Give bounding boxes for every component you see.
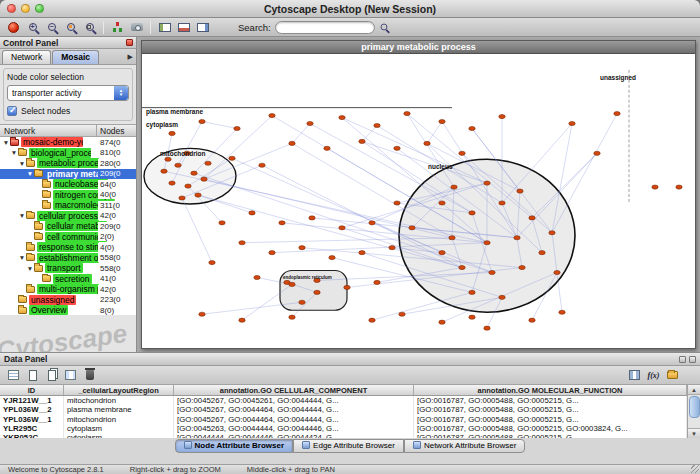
tree-row[interactable]: ▼establishment of lo...558(0	[0, 253, 136, 264]
dock-data-panel-icon[interactable]	[174, 19, 193, 35]
graph-node[interactable]	[165, 157, 171, 161]
expand-arrow-icon[interactable]: ▼	[18, 212, 26, 219]
expand-arrow-icon[interactable]: ▼	[2, 139, 10, 146]
graph-node[interactable]	[239, 241, 245, 245]
graph-node[interactable]	[554, 270, 560, 274]
tab-network-attribute-browser[interactable]: Network Attribute Browser	[404, 439, 525, 453]
graph-node[interactable]	[185, 184, 191, 188]
graph-node[interactable]	[499, 295, 505, 299]
zoom-in-icon[interactable]: +	[23, 19, 42, 35]
graph-node[interactable]	[519, 265, 525, 269]
graph-node[interactable]	[484, 181, 490, 185]
tab-node-attribute-browser[interactable]: Node Attribute Browser	[175, 439, 294, 453]
graph-node[interactable]	[299, 246, 305, 250]
graph-node[interactable]	[439, 251, 445, 255]
tree-row[interactable]: ▼metabolic process280(0	[0, 158, 136, 169]
tree-row[interactable]: nitrogen compo...40(0	[0, 190, 136, 201]
graph-node[interactable]	[369, 221, 375, 225]
tree-column-network[interactable]: Network	[0, 125, 97, 136]
graph-node[interactable]	[469, 126, 475, 130]
zoom-selected-icon[interactable]	[61, 19, 80, 35]
graph-node[interactable]	[676, 185, 682, 189]
graph-node[interactable]	[299, 300, 305, 304]
graph-node[interactable]	[359, 251, 365, 255]
scroll-up-icon[interactable]: ▲	[688, 385, 700, 395]
graph-node[interactable]	[451, 185, 457, 189]
tree-row[interactable]: response to stimul...4(0)	[0, 242, 136, 253]
float-panel-icon[interactable]	[679, 356, 686, 363]
graph-node[interactable]	[529, 216, 535, 220]
expand-arrow-icon[interactable]: ▼	[18, 160, 26, 167]
graph-node[interactable]	[339, 115, 345, 119]
graph-node[interactable]	[169, 131, 175, 135]
graph-node[interactable]	[424, 141, 430, 145]
graph-node[interactable]	[394, 146, 400, 150]
search-options-icon[interactable]	[375, 19, 394, 35]
graph-node[interactable]	[459, 265, 465, 269]
attribute-columns-icon[interactable]	[61, 367, 80, 383]
table-row[interactable]: YPL036W__2plasma membrane[GO:0045267, GO…	[0, 405, 687, 414]
graph-node[interactable]	[161, 169, 167, 173]
tree-row[interactable]: unassigned223(0	[0, 295, 136, 306]
zoom-out-icon[interactable]: −	[42, 19, 61, 35]
graph-node[interactable]	[389, 246, 395, 250]
tree-row[interactable]: ▼cellular process42(0	[0, 211, 136, 222]
graph-node[interactable]	[539, 251, 545, 255]
graph-node[interactable]	[307, 121, 313, 125]
close-data-panel-icon[interactable]	[689, 356, 696, 363]
graph-node[interactable]	[249, 211, 255, 215]
tree-row[interactable]: Overview8(0)	[0, 305, 136, 315]
graph-node[interactable]	[594, 151, 600, 155]
graph-node[interactable]	[254, 275, 260, 279]
graph-node[interactable]	[449, 236, 455, 240]
tree-row[interactable]: secretion41(0	[0, 274, 136, 285]
expand-arrow-icon[interactable]: ▼	[26, 265, 34, 272]
network-window-title[interactable]: primary metabolic process	[142, 41, 695, 54]
tree-row[interactable]: ▼biological_process810(0	[0, 148, 136, 159]
table-row[interactable]: YJR121W__1mitochondrion[GO:0045267, GO:0…	[0, 396, 687, 405]
graph-node[interactable]	[499, 201, 505, 205]
import-attributes-icon[interactable]	[663, 367, 682, 383]
graph-node[interactable]	[219, 221, 225, 225]
graph-node[interactable]	[499, 114, 505, 118]
graph-node[interactable]	[614, 112, 620, 116]
graph-node[interactable]	[191, 171, 197, 175]
table-column-header[interactable]: _cellularLayoutRegion	[64, 385, 174, 395]
table-column-header[interactable]: annotation.GO CELLULAR_COMPONENT	[174, 385, 414, 395]
expand-arrow-icon[interactable]: ▼	[26, 170, 34, 177]
table-column-header[interactable]: annotation.GO MOLECULAR_FUNCTION	[414, 385, 687, 395]
dock-results-panel-icon[interactable]	[193, 19, 212, 35]
tree-column-nodes[interactable]: Nodes	[97, 125, 136, 136]
table-row[interactable]: YPL036W__1mitochondrion[GO:0045267, GO:0…	[0, 415, 687, 424]
resize-grip[interactable]	[691, 465, 699, 473]
graph-node[interactable]	[289, 282, 295, 286]
graph-node[interactable]	[309, 216, 315, 220]
graph-node[interactable]	[469, 315, 475, 319]
graph-node[interactable]	[239, 318, 245, 322]
graph-node[interactable]	[374, 280, 380, 284]
dock-control-panel-icon[interactable]	[155, 19, 174, 35]
graph-node[interactable]	[439, 320, 445, 324]
tree-row[interactable]: macromolecule...311(0	[0, 200, 136, 211]
expand-arrow-icon[interactable]: ▼	[10, 149, 18, 156]
graph-node[interactable]	[394, 201, 400, 205]
formula-builder-icon[interactable]: f(x)	[644, 367, 663, 383]
graph-node[interactable]	[469, 290, 475, 294]
graph-node[interactable]	[201, 177, 207, 181]
graph-node[interactable]	[529, 318, 535, 322]
graph-node[interactable]	[359, 139, 365, 143]
graph-node[interactable]	[439, 119, 445, 123]
network-canvas[interactable]: plasma membranecytoplasmmitochondrionnuc…	[142, 54, 695, 348]
tree-row[interactable]: cell communicat...2(0)	[0, 232, 136, 243]
tree-row[interactable]: multi-organism pro...42(0	[0, 284, 136, 295]
tree-row[interactable]: nucleobase...64(0	[0, 179, 136, 190]
graph-node[interactable]	[229, 156, 235, 160]
node-color-dropdown[interactable]: transporter activity ▲▼	[7, 85, 129, 101]
graph-node[interactable]	[205, 161, 211, 165]
graph-node[interactable]	[199, 312, 205, 316]
tree-row[interactable]: cellular metabol...209(0	[0, 221, 136, 232]
scroll-down-icon[interactable]: ▼	[688, 428, 700, 438]
graph-node[interactable]	[175, 163, 181, 167]
graph-node[interactable]	[314, 290, 320, 294]
graph-node[interactable]	[339, 226, 345, 230]
